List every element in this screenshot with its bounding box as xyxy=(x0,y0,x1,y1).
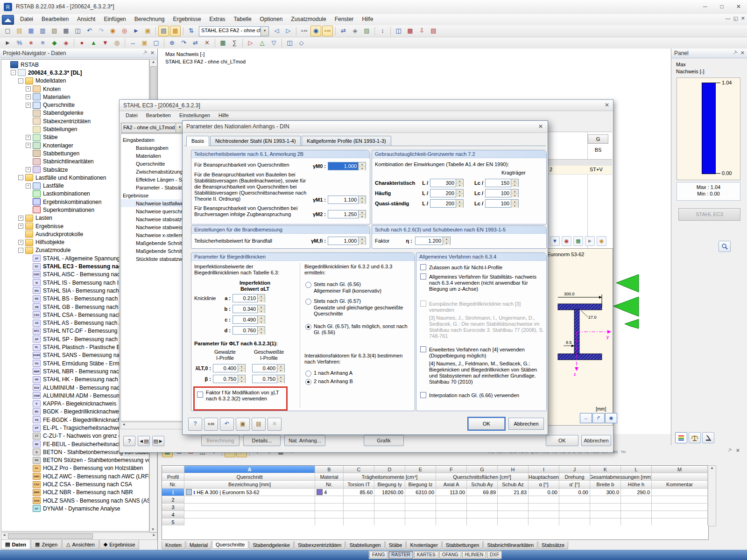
column-header[interactable]: α' [°] xyxy=(559,481,590,489)
spin-down-icon[interactable]: ▼ xyxy=(456,183,463,187)
mirror-icon[interactable]: ⇄ xyxy=(190,38,201,49)
cell-value[interactable]: 18260.00 xyxy=(374,489,405,496)
spin-buttons[interactable]: ▲▼ xyxy=(456,189,463,197)
table-tab[interactable]: Querschnitte xyxy=(212,541,248,549)
table-row[interactable]: 5 xyxy=(162,518,708,526)
comment-icon[interactable]: ▣ xyxy=(139,38,150,49)
tab-nichtrostender-stahl[interactable]: Nichtrostender Stahl (EN 1993-1-4) xyxy=(210,136,301,146)
load-case-combobox[interactable]: STAHL EC3 FA2 - ohne chi_ ▼ xyxy=(199,26,269,36)
cell-value[interactable] xyxy=(621,518,652,526)
table-row[interactable]: 3 xyxy=(162,504,708,511)
table-goto-icon[interactable]: ▦ xyxy=(218,38,228,49)
cell-material[interactable] xyxy=(315,496,344,504)
cell-value[interactable] xyxy=(590,496,621,504)
cell-value[interactable] xyxy=(436,511,467,518)
ec3-titlebar[interactable]: STAHL EC3 - [200624_6.3.2.3] ✕ xyxy=(120,100,613,111)
menubar-item[interactable]: Ansicht xyxy=(73,14,99,25)
column-header[interactable]: Bezeichnung [mm] xyxy=(184,481,315,489)
column-letter[interactable]: L xyxy=(621,466,652,473)
spin-buttons[interactable]: ▲▼ xyxy=(358,196,366,203)
table-tab[interactable]: Stabexzentrizitäten xyxy=(294,541,345,549)
cell-value[interactable] xyxy=(621,511,652,518)
tree-expander-icon[interactable]: + xyxy=(26,143,31,148)
column-letter[interactable]: B xyxy=(315,466,344,473)
spin-up-icon[interactable]: ▲ xyxy=(456,179,463,183)
spin-buttons[interactable]: ▲▼ xyxy=(456,179,463,187)
spin-down-icon[interactable]: ▼ xyxy=(443,241,450,245)
spin-up-icon[interactable]: ▲ xyxy=(277,364,284,369)
cell-value[interactable] xyxy=(374,496,405,504)
radio-gl656[interactable] xyxy=(305,282,311,288)
spin-down-icon[interactable]: ▼ xyxy=(359,200,366,204)
spin-down-icon[interactable]: ▼ xyxy=(258,309,265,313)
beta-welded-input[interactable]: 0.750▲▼ xyxy=(252,375,285,383)
tree-expander-icon[interactable]: + xyxy=(26,167,31,172)
spin-up-icon[interactable]: ▲ xyxy=(456,200,463,204)
pin-icon[interactable]: ⊤ xyxy=(731,49,739,57)
cell-value[interactable] xyxy=(405,518,436,526)
cell-value[interactable] xyxy=(529,511,559,518)
reset-defaults-icon[interactable]: ↶ xyxy=(220,418,234,431)
views-icon[interactable]: ◫ xyxy=(284,38,295,49)
report-icon[interactable]: ▤ xyxy=(428,26,439,36)
render-mode-icon[interactable]: ▨ xyxy=(361,26,372,36)
spin-buttons[interactable]: ▲▼ xyxy=(257,294,265,302)
spin-buttons[interactable]: ▲▼ xyxy=(358,210,366,218)
undo-icon[interactable]: ↶ xyxy=(84,26,95,36)
tab-basis[interactable]: Basis xyxy=(186,136,209,146)
cell-value[interactable] xyxy=(467,511,498,518)
column-group-header[interactable]: Querschnittsflächen [cm²] xyxy=(436,473,529,481)
spin-up-icon[interactable]: ▲ xyxy=(258,305,265,309)
cell-value[interactable] xyxy=(467,518,498,526)
tree-expander-icon[interactable]: + xyxy=(26,135,31,140)
cell-value[interactable] xyxy=(467,496,498,504)
column-header-g[interactable]: G xyxy=(588,134,608,144)
row-number[interactable]: 3 xyxy=(162,504,184,511)
table-tab[interactable]: Stabbettungen xyxy=(442,541,483,549)
table-tab[interactable]: Material xyxy=(186,541,211,549)
cell-kommentar[interactable] xyxy=(652,511,708,518)
column-letter[interactable]: H xyxy=(498,466,529,473)
tree-expander-icon[interactable]: + xyxy=(18,216,23,221)
menubar-item[interactable]: Optionen xyxy=(256,14,287,25)
spin-buttons[interactable]: ▲▼ xyxy=(358,162,366,170)
result-row[interactable]: 2 ST+V xyxy=(548,166,612,175)
cell-bezeichnung[interactable] xyxy=(184,504,315,511)
column-header[interactable]: Nr. xyxy=(162,481,184,489)
close-icon[interactable]: ✕ xyxy=(730,0,747,14)
spin-buttons[interactable]: ▲▼ xyxy=(238,375,245,383)
cell-value[interactable]: 0.00 xyxy=(529,489,559,496)
cell-value[interactable] xyxy=(590,511,621,518)
spin-up-icon[interactable]: ▲ xyxy=(277,375,284,379)
zoom-target-icon[interactable]: ◎ xyxy=(119,26,130,36)
dialog-titlebar[interactable]: Parameter des Nationalen Anhangs - DIN ✕ xyxy=(183,121,548,133)
cell-value[interactable] xyxy=(590,504,621,511)
cell-value[interactable] xyxy=(498,511,529,518)
eta-input[interactable]: 1.200▲▼ xyxy=(415,237,451,245)
member-rotate-icon[interactable]: ⇄ xyxy=(338,26,349,36)
column-group-header[interactable]: Trägheitsmomente [cm⁴] xyxy=(344,473,436,481)
sls-freq-l-input[interactable]: 200▲▼ xyxy=(430,189,464,197)
row-number[interactable]: 1 xyxy=(162,489,184,496)
column-group-header[interactable]: Drehung xyxy=(559,473,590,481)
column-group-header[interactable]: Gesamtabmessungen [mm] xyxy=(590,473,652,481)
cell-value[interactable] xyxy=(498,518,529,526)
spin-up-icon[interactable]: ▲ xyxy=(456,189,463,194)
spin-buttons[interactable]: ▲▼ xyxy=(511,179,518,187)
spin-down-icon[interactable]: ▼ xyxy=(238,369,245,372)
select-objects-icon[interactable]: ► xyxy=(2,38,13,49)
tree-expander-icon[interactable]: + xyxy=(26,94,31,99)
column-letter[interactable]: M xyxy=(652,466,708,473)
excel-export-icon[interactable]: ▦ xyxy=(573,236,583,246)
pin-icon[interactable]: ⊤ xyxy=(726,447,733,455)
tree-item[interactable]: CSAHOLZ CSA - Bemessung nach CSA xyxy=(1,480,149,488)
row-number[interactable]: 2 xyxy=(162,496,184,504)
interpolation-checkbox[interactable] xyxy=(420,392,426,398)
column-header[interactable]: Torsion IT xyxy=(344,481,374,489)
cell-value[interactable] xyxy=(621,496,652,504)
spin-up-icon[interactable]: ▲ xyxy=(238,364,245,369)
tree-item[interactable]: +Knoten xyxy=(1,85,149,93)
save-icon[interactable]: ▥ xyxy=(37,26,48,36)
spin-buttons[interactable]: ▲▼ xyxy=(358,237,366,245)
table-row[interactable]: 1IHE A 300 | Euronorm 53-62485.6018260.0… xyxy=(162,489,708,496)
